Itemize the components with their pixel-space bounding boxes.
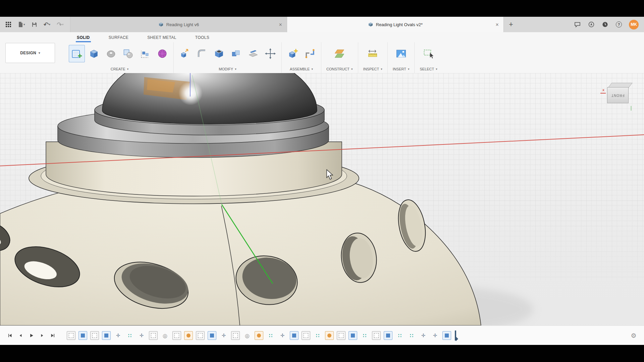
timeline-feature-revolve[interactable] [243, 331, 252, 340]
timeline-feature-move[interactable] [114, 331, 122, 340]
shell-button[interactable] [211, 45, 227, 62]
new-component-button[interactable] [285, 45, 301, 62]
extensions-button[interactable] [588, 19, 595, 29]
timeline-feature-extrude[interactable] [384, 331, 392, 340]
rectangular-pattern-button[interactable] [137, 45, 153, 62]
timeline-feature-sketch[interactable] [231, 331, 240, 340]
timeline-skip-start-button[interactable] [5, 331, 14, 340]
redo-button[interactable] [56, 19, 64, 29]
group-inspect: INSPECT [358, 42, 388, 73]
combine-button[interactable] [228, 45, 244, 62]
timeline-settings-button[interactable] [629, 330, 639, 341]
sweep-button[interactable] [120, 45, 136, 62]
timeline-feature-pattern[interactable] [313, 331, 322, 340]
measure-button[interactable] [365, 45, 381, 62]
save-icon [32, 22, 37, 27]
viewcube[interactable]: FRONT X [605, 82, 636, 112]
group-label-modify[interactable]: MODIFY [177, 65, 278, 73]
feedback-button[interactable] [574, 19, 581, 29]
create-sketch-button[interactable] [69, 45, 85, 62]
viewcube-front-face[interactable]: FRONT [607, 87, 629, 103]
joint-button[interactable] [302, 45, 318, 62]
app-grid-icon[interactable] [5, 19, 12, 29]
group-label-inspect[interactable]: INSPECT [361, 65, 384, 73]
new-tab-button[interactable] [504, 17, 518, 32]
tab-surface[interactable]: SURFACE [108, 34, 129, 42]
timeline-feature-pattern[interactable] [407, 331, 416, 340]
timeline-feature-move[interactable] [431, 331, 439, 340]
fillet-button[interactable] [194, 45, 210, 62]
press-pull-button[interactable] [177, 45, 193, 62]
avatar-initials: MK [631, 22, 637, 27]
group-label-construct[interactable]: CONSTRUCT [324, 65, 355, 73]
close-icon[interactable] [493, 21, 499, 27]
timeline-feature-move[interactable] [219, 331, 228, 340]
skip-end-icon [50, 333, 55, 339]
split-body-button[interactable] [245, 45, 261, 62]
help-button[interactable] [615, 19, 623, 29]
timeline-feature-appearance[interactable] [255, 331, 263, 340]
timeline-feature-revolve[interactable] [161, 331, 169, 340]
timeline-feature-extrude[interactable] [442, 331, 451, 340]
revolve-button[interactable] [103, 45, 119, 62]
doc-tab-reading-light-ovals-v2[interactable]: Reading Light Ovals v2* [287, 17, 504, 32]
timeline-feature-sketch[interactable] [90, 331, 99, 340]
timeline-feature-pattern[interactable] [125, 331, 134, 340]
tab-sheet-metal[interactable]: SHEET METAL [146, 34, 177, 42]
timeline-skip-end-button[interactable] [48, 331, 57, 340]
timeline-track[interactable] [67, 330, 456, 341]
extrude-icon [88, 47, 100, 60]
user-avatar[interactable]: MK [629, 20, 639, 29]
create-form-button[interactable] [154, 45, 170, 62]
timeline-step-forward-button[interactable] [38, 331, 47, 340]
group-label-select[interactable]: SELECT [418, 65, 439, 73]
job-status-button[interactable] [601, 19, 609, 29]
insert-canvas-button[interactable] [393, 45, 409, 62]
timeline-feature-sketch[interactable] [149, 331, 158, 340]
timeline-feature-move[interactable] [419, 331, 428, 340]
timeline-feature-extrude[interactable] [102, 331, 111, 340]
undo-button[interactable] [43, 19, 51, 29]
timeline-feature-extrude[interactable] [348, 331, 357, 340]
tab-solid[interactable]: SOLID [76, 34, 91, 42]
timeline-feature-extrude[interactable] [208, 331, 216, 340]
timeline-feature-pattern[interactable] [266, 331, 275, 340]
combine-icon [230, 47, 242, 60]
timeline-feature-move[interactable] [137, 331, 146, 340]
group-label-create[interactable]: CREATE [69, 65, 170, 73]
viewport-canvas[interactable]: FRONT X [0, 73, 644, 325]
tab-tools[interactable]: TOOLS [194, 34, 210, 42]
doc-tab-reading-light-v6[interactable]: Reading Light v6 [70, 17, 287, 32]
timeline-feature-extrude[interactable] [78, 331, 87, 340]
timeline-step-back-button[interactable] [16, 331, 25, 340]
timeline-feature-extrude[interactable] [290, 331, 299, 340]
timeline-feature-sketch[interactable] [172, 331, 181, 340]
extrude-button[interactable] [86, 45, 102, 62]
axis-x-label: X [602, 88, 604, 92]
timeline-position-marker[interactable] [455, 330, 456, 341]
move-copy-button[interactable] [262, 45, 278, 62]
window-select-button[interactable] [421, 45, 437, 62]
save-button[interactable] [31, 19, 38, 29]
group-label-insert[interactable]: INSERT [391, 65, 412, 73]
group-label-text: CONSTRUCT [326, 67, 350, 71]
file-menu-button[interactable] [17, 19, 26, 29]
group-label-assemble[interactable]: ASSEMBLE [285, 65, 318, 73]
timeline-feature-sketch[interactable] [67, 331, 75, 340]
timeline-feature-appearance[interactable] [184, 331, 193, 340]
tab-label: TOOLS [195, 35, 209, 40]
construction-plane-button[interactable] [331, 45, 347, 62]
3d-scene[interactable] [0, 73, 644, 325]
timeline-feature-sketch[interactable] [372, 331, 381, 340]
timeline-feature-sketch[interactable] [302, 331, 310, 340]
timeline-play-button[interactable] [27, 331, 36, 340]
timeline-feature-move[interactable] [278, 331, 287, 340]
timeline-feature-pattern[interactable] [360, 331, 369, 340]
workspace-selector[interactable]: DESIGN [5, 43, 55, 63]
timeline-feature-appearance[interactable] [325, 331, 334, 340]
timeline-feature-sketch[interactable] [196, 331, 205, 340]
timeline-feature-sketch[interactable] [337, 331, 345, 340]
close-icon[interactable] [277, 21, 283, 27]
timeline-feature-pattern[interactable] [395, 331, 404, 340]
chevron-down-icon [23, 23, 25, 26]
